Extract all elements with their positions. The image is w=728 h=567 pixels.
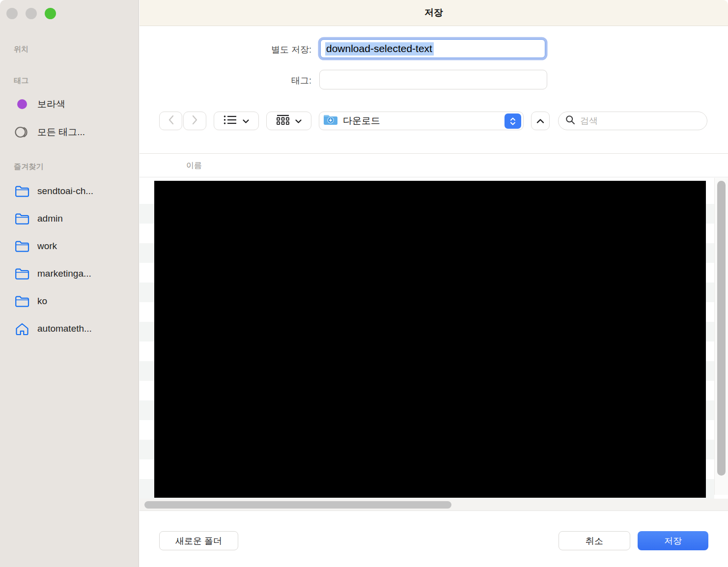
minimize-button[interactable] [26, 8, 37, 19]
list-view-button[interactable] [214, 112, 259, 130]
redacted-file-list-content [154, 181, 706, 498]
group-view-button[interactable] [266, 112, 311, 130]
sidebar-item-sendtoai[interactable]: sendtoai-ch... [14, 183, 134, 199]
section-header-tags: 태그 [14, 76, 28, 85]
horizontal-scrollbar[interactable] [140, 499, 728, 511]
selected-filename-text: download-selected-text [325, 42, 434, 56]
sidebar-item-label: automateth... [37, 323, 92, 334]
back-chevron-icon [168, 115, 174, 127]
sidebar: 위치 태그 보라색 모든 태그... 즐겨찾기 sendtoai-ch... [0, 0, 139, 567]
purple-tag-dot-icon [14, 99, 30, 109]
list-view-icon [224, 115, 237, 127]
sidebar-item-all-tags[interactable]: 모든 태그... [14, 124, 134, 141]
zoom-button[interactable] [45, 8, 56, 19]
stepper-icon[interactable] [504, 113, 521, 129]
sidebar-item-label: marketinga... [37, 268, 91, 279]
new-folder-button[interactable]: 새로운 폴더 [159, 531, 238, 550]
save-as-input[interactable]: download-selected-text [320, 39, 545, 58]
folder-icon [14, 295, 30, 308]
forward-chevron-icon [192, 115, 198, 127]
search-input[interactable] [579, 115, 704, 127]
tags-input[interactable] [319, 70, 547, 89]
save-dialog-window: 위치 태그 보라색 모든 태그... 즐겨찾기 sendtoai-ch... [0, 0, 728, 567]
cancel-button[interactable]: 취소 [559, 531, 630, 550]
sidebar-item-label: 모든 태그... [37, 126, 85, 139]
folder-icon [14, 213, 30, 225]
section-header-locations: 위치 [14, 45, 28, 54]
sidebar-item-work[interactable]: work [14, 238, 134, 255]
parent-folder-button[interactable] [531, 112, 550, 130]
up-chevron-icon [536, 116, 544, 125]
downloads-folder-icon [323, 114, 338, 128]
forward-button[interactable] [183, 112, 206, 130]
vertical-scrollbar-thumb[interactable] [717, 181, 726, 476]
location-dropdown[interactable]: 다운로드 [319, 112, 524, 130]
title-bar: 저장 [140, 0, 728, 26]
search-field[interactable] [558, 112, 707, 130]
sidebar-item-home[interactable]: automateth... [14, 320, 134, 337]
folder-icon [14, 268, 30, 280]
folder-icon [14, 185, 30, 198]
new-folder-label: 새로운 폴더 [175, 535, 222, 547]
vertical-scrollbar[interactable] [714, 178, 728, 495]
sidebar-item-label: ko [37, 296, 47, 307]
sidebar-item-marketing[interactable]: marketinga... [14, 265, 134, 282]
sidebar-item-label: 보라색 [37, 98, 65, 111]
sidebar-item-label: admin [37, 213, 63, 224]
horizontal-scrollbar-thumb[interactable] [144, 501, 451, 509]
chevron-down-icon [295, 116, 302, 125]
close-button[interactable] [6, 8, 18, 19]
back-button[interactable] [159, 112, 182, 130]
save-button[interactable]: 저장 [638, 531, 708, 550]
footer-bar: 새로운 폴더 취소 저장 [140, 511, 728, 567]
folder-icon [14, 240, 30, 253]
group-view-icon [277, 114, 289, 127]
sidebar-item-admin[interactable]: admin [14, 210, 134, 227]
save-label: 저장 [664, 535, 682, 547]
sidebar-item-label: sendtoai-ch... [37, 186, 93, 197]
save-as-label: 별도 저장: [203, 44, 311, 56]
location-label: 다운로드 [343, 114, 380, 127]
all-tags-icon [14, 126, 30, 139]
sidebar-item-label: work [37, 241, 57, 252]
traffic-lights [6, 8, 56, 19]
column-header-row: 이름 [140, 153, 728, 177]
section-header-favorites: 즐겨찾기 [14, 162, 44, 171]
cancel-label: 취소 [586, 535, 603, 547]
chevron-down-icon [243, 116, 249, 125]
sidebar-item-ko[interactable]: ko [14, 293, 134, 310]
main-panel: 저장 별도 저장: download-selected-text 태그: [140, 0, 728, 567]
file-list-area[interactable] [140, 178, 728, 499]
home-icon [14, 322, 30, 336]
tags-label: 태그: [203, 75, 311, 86]
sidebar-item-purple-tag[interactable]: 보라색 [14, 96, 134, 113]
search-icon [565, 115, 575, 127]
column-header-name[interactable]: 이름 [186, 154, 202, 177]
dialog-title: 저장 [424, 6, 443, 19]
